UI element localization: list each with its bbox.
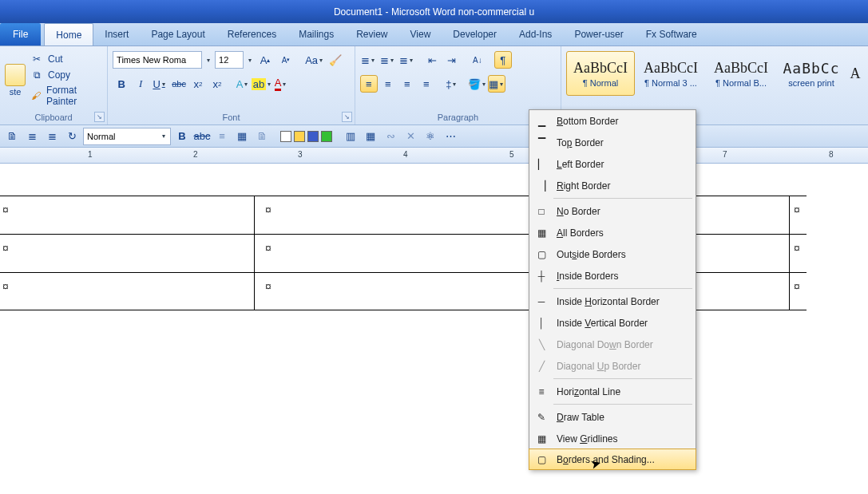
- tab-view[interactable]: View: [399, 23, 442, 45]
- menu-inside-vertical[interactable]: │ Inside Vertical Border: [529, 312, 696, 334]
- grid-icon[interactable]: ▦: [362, 128, 379, 145]
- swatch-white[interactable]: [280, 131, 291, 142]
- multilevel-button[interactable]: ≣▾: [398, 51, 416, 69]
- style-normal-b[interactable]: AaBbCcI ¶ Normal B...: [707, 51, 775, 96]
- chevron-down-icon[interactable]: ▾: [247, 57, 253, 64]
- ruler-tick: 4: [403, 150, 408, 159]
- paste-button[interactable]: ste: [5, 48, 26, 112]
- align-center-button[interactable]: ≡: [379, 75, 397, 93]
- menu-view-gridlines[interactable]: ▦ View Gridlines: [529, 428, 696, 449]
- menu-inside-horizontal[interactable]: ─ Inside Horizontal Border: [529, 290, 696, 312]
- style-combo[interactable]: Normal ▾: [83, 128, 171, 145]
- ruler-tick: 3: [298, 150, 303, 159]
- cell-mark-icon: ¤: [2, 280, 9, 293]
- quick-toolbar: 🗎 ≣ ≣ ↻ Normal ▾ B abc ≡ ▦ 🗎 ▥ ▦ ∾ ✕ ⚛ ⋯: [0, 125, 868, 148]
- clear-format-button[interactable]: 🧹: [327, 51, 344, 69]
- strikethrough-button[interactable]: abc: [170, 75, 188, 93]
- swatch-green[interactable]: [321, 131, 332, 142]
- horizontal-ruler[interactable]: 1 2 3 4 5 7 8: [0, 148, 868, 164]
- borders-button[interactable]: ▦▾: [488, 75, 505, 93]
- style-normal-3[interactable]: AaBbCcI ¶ Normal 3 ...: [636, 51, 705, 96]
- font-name-combo[interactable]: Times New Roma: [113, 51, 202, 69]
- underline-button[interactable]: U▾: [151, 75, 168, 93]
- more-icon[interactable]: ⋯: [442, 128, 459, 145]
- grow-font-button[interactable]: A▴: [256, 51, 274, 69]
- inside-horizontal-icon: ─: [534, 294, 549, 309]
- tab-review[interactable]: Review: [345, 23, 398, 45]
- style-normal[interactable]: AaBbCcI ¶ Normal: [566, 51, 635, 96]
- superscript-button[interactable]: x2: [208, 75, 226, 93]
- decrease-indent-button[interactable]: ⇤: [424, 51, 442, 69]
- menu-outside-borders[interactable]: ▢ Outside Borders: [529, 243, 696, 265]
- bold-button[interactable]: B: [113, 75, 130, 93]
- menu-no-border[interactable]: □ No Border: [529, 200, 696, 222]
- menu-right-border[interactable]: ▕ Right Border: [529, 175, 696, 196]
- change-case-button[interactable]: Aa▾: [306, 51, 323, 69]
- clipboard-dialog-launcher[interactable]: ↘: [94, 112, 105, 122]
- numbering-icon[interactable]: ≣: [43, 128, 61, 145]
- italic-button[interactable]: I: [132, 75, 149, 93]
- link-icon[interactable]: ∾: [382, 128, 399, 145]
- justify-button[interactable]: ≡: [418, 75, 435, 93]
- cut-button[interactable]: ✂ Cut: [30, 53, 102, 65]
- refresh-icon[interactable]: ↻: [63, 128, 81, 145]
- shrink-font-button[interactable]: A▾: [277, 51, 295, 69]
- line-spacing-button[interactable]: ‡▾: [443, 75, 461, 93]
- tab-references[interactable]: References: [216, 23, 287, 45]
- table-icon[interactable]: ▦: [233, 128, 251, 145]
- font-color-button[interactable]: A▾: [272, 75, 290, 93]
- menu-separator: [553, 378, 692, 379]
- menu-bottom-border[interactable]: ▁ Bottom Border: [529, 110, 696, 132]
- file-tab[interactable]: File: [0, 23, 41, 45]
- font-size-combo[interactable]: 12: [215, 51, 244, 69]
- tab-home[interactable]: Home: [44, 23, 93, 45]
- paragraph-group-label: Paragraph: [360, 112, 556, 124]
- document-area[interactable]: ¤ ¤ ¤ ¤ ¤ ¤ ¤ ¤ ¤: [0, 164, 868, 494]
- chevron-down-icon[interactable]: ▾: [205, 57, 212, 64]
- numbering-button[interactable]: ≣▾: [379, 51, 397, 69]
- doc-icon[interactable]: 🗎: [253, 128, 271, 145]
- column-icon[interactable]: ▥: [342, 128, 359, 145]
- align-icon[interactable]: ≡: [213, 128, 231, 145]
- tab-power-user[interactable]: Power-user: [563, 23, 634, 45]
- shading-button[interactable]: 🪣▾: [469, 75, 486, 93]
- tab-add-ins[interactable]: Add-Ins: [508, 23, 563, 45]
- menu-left-border[interactable]: ▏ Left Border: [529, 153, 696, 175]
- table-border: [695, 272, 807, 273]
- menu-draw-table[interactable]: ✎ Draw Table: [529, 406, 696, 428]
- tab-mailings[interactable]: Mailings: [287, 23, 345, 45]
- subscript-button[interactable]: x2: [189, 75, 207, 93]
- align-left-button[interactable]: ≡: [360, 75, 378, 93]
- new-icon[interactable]: 🗎: [3, 128, 21, 145]
- align-right-button[interactable]: ≡: [398, 75, 416, 93]
- tool-icon[interactable]: ✕: [402, 128, 419, 145]
- text-effects-button[interactable]: A▾: [234, 75, 252, 93]
- menu-horizontal-line[interactable]: ≡ Horizontal Line: [529, 381, 696, 402]
- menu-top-border[interactable]: ▔ Top Border: [529, 132, 696, 153]
- swatch-yellow[interactable]: [294, 131, 305, 142]
- increase-indent-button[interactable]: ⇥: [443, 51, 461, 69]
- tab-page-layout[interactable]: Page Layout: [140, 23, 216, 45]
- bullets-button[interactable]: ≣▾: [360, 51, 378, 69]
- strike-icon[interactable]: abc: [193, 128, 211, 145]
- font-dialog-launcher[interactable]: ↘: [342, 112, 352, 122]
- copy-button[interactable]: ⧉ Copy: [30, 69, 102, 81]
- paste-label: ste: [10, 87, 22, 97]
- show-hide-button[interactable]: ¶: [494, 51, 512, 69]
- format-painter-button[interactable]: 🖌 Format Painter: [30, 85, 102, 107]
- share-icon[interactable]: ⚛: [422, 128, 439, 145]
- menu-inside-borders[interactable]: ┼ Inside Borders: [529, 265, 696, 287]
- bullets-icon[interactable]: ≣: [23, 128, 41, 145]
- menu-borders-shading[interactable]: ▢ Borders and Shading...: [529, 449, 696, 470]
- sort-button[interactable]: A↓: [469, 51, 486, 69]
- style-screen-print[interactable]: AaBbCc screen print: [777, 51, 846, 96]
- bold-icon[interactable]: B: [173, 128, 191, 145]
- highlight-button[interactable]: ab▾: [253, 75, 271, 93]
- style-more[interactable]: A: [847, 51, 863, 96]
- tab-fx-software[interactable]: Fx Software: [635, 23, 708, 45]
- tab-developer[interactable]: Developer: [442, 23, 508, 45]
- tab-insert[interactable]: Insert: [93, 23, 140, 45]
- swatch-blue[interactable]: [307, 131, 319, 142]
- menu-all-borders[interactable]: ▦ All Borders: [529, 222, 696, 243]
- ribbon: ste ✂ Cut ⧉ Copy 🖌 Format Painter Clipbo…: [0, 46, 868, 125]
